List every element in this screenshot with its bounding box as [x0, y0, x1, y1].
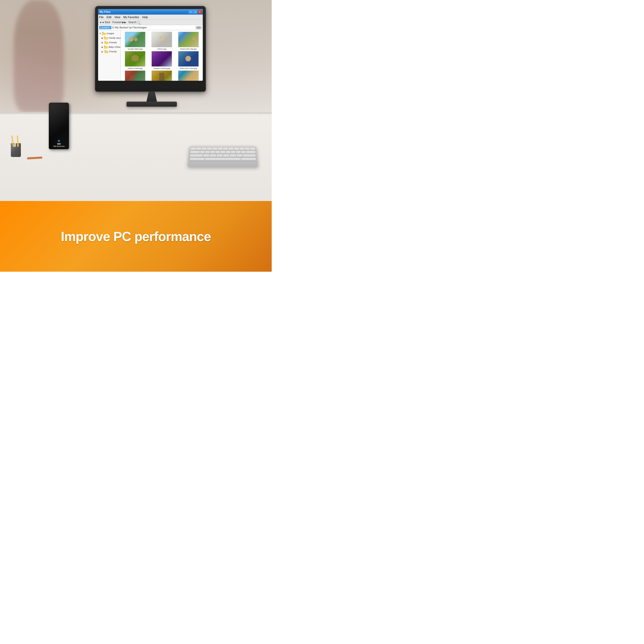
key — [205, 151, 210, 154]
thumb-img-europe — [125, 32, 145, 47]
thumbnail-hello[interactable]: hello-from-maui.jpg — [176, 51, 201, 69]
key — [231, 151, 235, 154]
key — [207, 148, 212, 150]
key — [210, 154, 216, 157]
address-bar: Location: E:\My Backed Up Files\Images G… — [98, 25, 203, 30]
key-ctrl — [190, 158, 204, 160]
file-manager-title: My Files — [99, 10, 110, 13]
minimize-button[interactable]: — — [189, 10, 193, 14]
forward-button[interactable]: Forward ▶▶ — [112, 21, 126, 24]
menu-file[interactable]: File — [99, 16, 104, 19]
thumb-img-central2 — [151, 70, 172, 81]
thumb-img-chloe — [151, 32, 172, 47]
folder-label-baby: Baby Chloe — [109, 46, 120, 48]
banner-text: Improve PC performance — [61, 229, 211, 244]
key — [239, 148, 244, 150]
thumb-label-sadie: sadie-in-field.jpg — [128, 67, 142, 69]
key — [218, 148, 223, 150]
folder-icon-friends2 — [104, 50, 108, 53]
thumb-img-newport — [151, 51, 172, 67]
folder-label-friends2: Friends — [109, 50, 117, 53]
key — [223, 148, 228, 150]
menu-favorites[interactable]: My Favorites — [123, 16, 139, 19]
maximize-button[interactable]: □ — [193, 10, 197, 14]
background-scene: WD WD Elements My Files — □ ✕ — [0, 0, 272, 204]
folder-label-family: Family vacation — [109, 37, 121, 39]
folder-sidebar: ▼ Images ▶ Family vacation ▶ — [98, 30, 121, 81]
background-person — [14, 0, 64, 112]
cup-body — [11, 143, 21, 157]
monitor-screen: My Files — □ ✕ File Edit View My Favorit… — [98, 9, 203, 81]
search-toolbar: Search — [128, 21, 140, 24]
menu-view[interactable]: View — [114, 16, 120, 19]
key — [230, 154, 236, 157]
drive-led — [58, 140, 60, 142]
folder-arrow-friends2: ▶ — [102, 51, 104, 53]
key-shift — [190, 154, 203, 157]
location-path[interactable]: E:\My Backed Up Files\Images — [112, 26, 195, 29]
close-button[interactable]: ✕ — [198, 10, 202, 14]
menu-edit[interactable]: Edit — [107, 16, 111, 19]
thumb-img-maui — [178, 70, 199, 81]
search-icon[interactable] — [137, 21, 140, 24]
thumb-img-sadie — [125, 51, 145, 67]
key — [215, 151, 220, 154]
thumb-label-chloe: chloe1.jpg — [157, 48, 166, 50]
keyboard-row-space — [190, 158, 256, 160]
thumbnail-sadie[interactable]: sadie-in-field.jpg — [122, 51, 148, 69]
thumb-label-beach: beach-kite-day.jpg — [180, 48, 197, 50]
folder-arrow-images: ▼ — [99, 32, 101, 35]
keyboard-row-3 — [190, 154, 256, 157]
key — [236, 154, 243, 157]
folder-icon-friends1 — [104, 41, 108, 44]
file-manager: My Files — □ ✕ File Edit View My Favorit… — [98, 9, 203, 81]
thumbnail-maui[interactable]: maui-beach.jpg — [176, 70, 201, 81]
thumbnail-central1[interactable]: central-park.jpg — [122, 70, 148, 81]
drive-label: WD WD Elements — [53, 143, 65, 147]
folder-friends-2[interactable]: ▶ Friends — [98, 49, 120, 54]
content-area: ▼ Images ▶ Family vacation ▶ — [98, 30, 203, 81]
thumbnail-beach[interactable]: beach-kite-day.jpg — [176, 32, 201, 50]
key-shift-r — [243, 154, 256, 157]
bottom-banner: Improve PC performance — [0, 201, 272, 272]
thumb-label-newport: newport winery.jpg — [153, 67, 170, 69]
folder-baby-chloe[interactable]: ▶ Baby Chloe — [98, 45, 120, 49]
monitor-stand-base — [127, 102, 177, 107]
folder-arrow-friends1: ▶ — [102, 42, 104, 44]
folder-label-friends1: Friends — [109, 41, 117, 44]
drive-body: WD WD Elements — [49, 103, 69, 149]
key — [234, 148, 239, 150]
key — [250, 148, 255, 150]
thumbnail-central2[interactable]: central-park2.jpg — [149, 70, 175, 81]
keyboard-row-2 — [190, 151, 255, 154]
thumb-label-hello: hello-from-maui.jpg — [180, 67, 197, 69]
thumbnail-europe[interactable]: europe-day1.jpg — [122, 32, 148, 50]
key — [241, 151, 246, 154]
folder-label-images: Images — [107, 32, 114, 35]
file-manager-titlebar: My Files — □ ✕ — [98, 9, 203, 15]
key-enter — [246, 151, 255, 154]
thumbnail-chloe[interactable]: chloe1.jpg — [149, 32, 175, 50]
key — [226, 151, 230, 154]
toolbar: ◄◄ Back Forward ▶▶ Search — [98, 20, 203, 25]
thumb-img-hello — [178, 51, 199, 67]
monitor-outer: My Files — □ ✕ File Edit View My Favorit… — [95, 6, 206, 92]
thumbnail-area: europe-day1.jpg chloe1.jpg — [121, 30, 203, 81]
folder-friends-1[interactable]: ▶ Friends — [98, 40, 120, 45]
go-button[interactable]: GO — [196, 26, 202, 29]
thumb-img-beach — [178, 32, 199, 47]
folder-family-vacation[interactable]: ▶ Family vacation — [98, 36, 120, 40]
key — [210, 151, 215, 154]
search-label: Search — [128, 21, 136, 24]
key — [200, 151, 205, 154]
keyboard-row-1 — [191, 148, 255, 150]
key — [203, 154, 209, 157]
keyboard — [188, 146, 258, 167]
folder-images[interactable]: ▼ Images — [98, 31, 120, 36]
key — [236, 151, 240, 154]
thumb-img-central1 — [125, 70, 145, 81]
key — [212, 148, 217, 150]
back-button[interactable]: ◄◄ Back — [99, 21, 110, 24]
thumbnail-newport[interactable]: newport winery.jpg — [149, 51, 175, 69]
menu-help[interactable]: Help — [142, 16, 148, 19]
